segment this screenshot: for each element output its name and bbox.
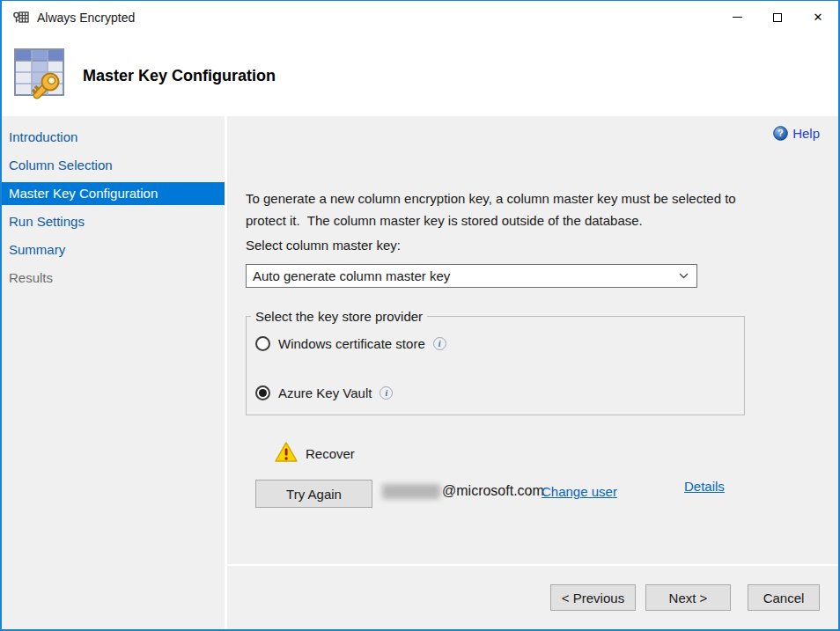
main-panel: ? Help To generate a new column encrypti… <box>227 116 838 564</box>
chevron-down-icon <box>679 273 689 279</box>
sidebar-item-introduction[interactable]: Introduction <box>2 123 225 151</box>
page-title: Master Key Configuration <box>83 67 276 85</box>
close-icon: ✕ <box>814 11 823 23</box>
help-icon: ? <box>773 126 788 141</box>
master-key-dropdown-value: Auto generate column master key <box>253 268 450 283</box>
sidebar-item-run-settings[interactable]: Run Settings <box>2 208 225 236</box>
maximize-button[interactable] <box>757 1 798 33</box>
next-button[interactable]: Next > <box>645 584 731 611</box>
select-master-key-label: Select column master key: <box>246 238 401 253</box>
try-again-button[interactable]: Try Again <box>255 480 372 508</box>
details-link[interactable]: Details <box>684 479 725 494</box>
sidebar-item-column-selection[interactable]: Column Selection <box>2 151 225 180</box>
maximize-icon <box>773 13 782 22</box>
minimize-icon <box>733 17 742 18</box>
change-user-link[interactable]: Change user <box>542 484 617 499</box>
always-encrypted-window: Always Encrypted ✕ Maste <box>0 0 840 631</box>
email-domain: @microsoft.com <box>442 483 544 499</box>
title-bar: Always Encrypted ✕ <box>2 1 838 33</box>
redacted-email-username <box>382 484 440 499</box>
cancel-button[interactable]: Cancel <box>748 584 820 611</box>
key-store-provider-legend: Select the key store provider <box>251 309 427 324</box>
info-icon[interactable]: i <box>379 386 393 400</box>
help-link[interactable]: ? Help <box>773 126 820 141</box>
wizard-header: Master Key Configuration <box>2 33 838 116</box>
signed-in-user: @microsoft.com <box>382 483 544 499</box>
radio-unchecked-icon <box>255 336 270 351</box>
radio-windows-certificate-store[interactable]: Windows certificate store i <box>255 336 446 351</box>
master-key-dropdown[interactable]: Auto generate column master key <box>246 264 697 288</box>
radio-azure-key-vault[interactable]: Azure Key Vault i <box>255 385 393 400</box>
help-label: Help <box>792 126 820 141</box>
info-icon[interactable]: i <box>433 337 446 350</box>
sidebar-item-master-key-configuration[interactable]: Master Key Configuration <box>2 182 225 205</box>
sidebar-item-summary[interactable]: Summary <box>2 236 225 264</box>
app-icon <box>12 9 30 26</box>
warning-icon <box>274 441 298 464</box>
svg-text:?: ? <box>777 128 783 138</box>
key-store-provider-group: Select the key store provider Windows ce… <box>246 316 745 415</box>
previous-button[interactable]: < Previous <box>550 584 636 611</box>
close-button[interactable]: ✕ <box>798 1 838 33</box>
sidebar-item-results: Results <box>2 264 225 292</box>
footer-bar: < Previous Next > Cancel <box>227 566 838 629</box>
radio-checked-icon <box>255 385 270 400</box>
recover-status-label: Recover <box>306 446 355 461</box>
wizard-steps-sidebar: Introduction Column Selection Master Key… <box>2 116 225 629</box>
window-title: Always Encrypted <box>37 11 135 25</box>
minimize-button[interactable] <box>717 1 757 33</box>
master-key-table-icon <box>11 45 68 103</box>
page-description: To generate a new column encryption key,… <box>246 187 755 231</box>
